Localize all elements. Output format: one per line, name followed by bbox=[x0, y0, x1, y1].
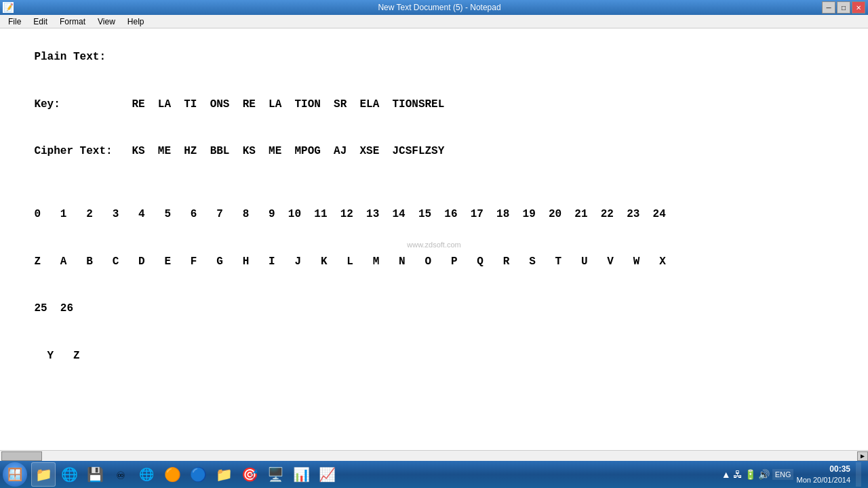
window-controls: ─ □ ✕ bbox=[822, 1, 865, 14]
tray-expand-icon[interactable]: ▲ bbox=[722, 469, 731, 480]
taskbar-icon-8[interactable]: 🎯 bbox=[237, 462, 262, 487]
taskbar-icon-1[interactable]: 🌐 bbox=[57, 462, 81, 487]
app-icon: 📝 bbox=[3, 2, 14, 13]
close-button[interactable]: ✕ bbox=[852, 1, 865, 14]
alpha-row-1-extra: Y Z bbox=[34, 350, 79, 362]
menu-view[interactable]: View bbox=[92, 16, 121, 28]
tray-battery-icon[interactable]: 🔋 bbox=[745, 469, 756, 480]
taskbar-icon-2[interactable]: 💾 bbox=[83, 462, 107, 487]
menu-file[interactable]: File bbox=[3, 16, 26, 28]
editor-content[interactable]: Plain Text: Key: RE LA TI ONS RE LA TION… bbox=[0, 28, 868, 450]
taskbar-icon-10[interactable]: 📊 bbox=[289, 462, 313, 487]
taskbar-icon-11[interactable]: 📈 bbox=[315, 462, 339, 487]
index-row-1: 0 1 2 3 4 5 6 7 8 9 10 11 12 13 14 15 16… bbox=[34, 208, 665, 220]
menu-format[interactable]: Format bbox=[54, 16, 91, 28]
taskbar-icon-5[interactable]: 🟠 bbox=[160, 462, 184, 487]
start-button[interactable]: 🪟 bbox=[3, 462, 27, 487]
taskbar-icon-3[interactable]: ♾️ bbox=[108, 462, 133, 487]
cipher-text-line: Cipher Text: KS ME HZ BBL KS ME MPOG AJ … bbox=[34, 145, 444, 157]
taskbar-icon-folder[interactable]: 📁 bbox=[31, 462, 56, 487]
key-line: Key: RE LA TI ONS RE LA TION SR ELA TION… bbox=[34, 98, 444, 110]
scroll-right-button[interactable]: ▶ bbox=[857, 451, 868, 461]
menu-help[interactable]: Help bbox=[122, 16, 150, 28]
taskbar-icon-6[interactable]: 🔵 bbox=[186, 462, 210, 487]
menu-bar: File Edit Format View Help bbox=[0, 15, 868, 28]
clock[interactable]: 00:35 Mon 20/01/2014 bbox=[796, 464, 850, 485]
clock-date: Mon 20/01/2014 bbox=[796, 475, 850, 485]
window-title: New Text Document (5) - Notepad bbox=[57, 3, 822, 12]
index-row-1-extra: 25 26 bbox=[34, 302, 73, 314]
taskbar-icon-9[interactable]: 🖥️ bbox=[263, 462, 288, 487]
minimize-button[interactable]: ─ bbox=[822, 1, 835, 14]
horizontal-scrollbar[interactable]: ▶ bbox=[0, 450, 868, 461]
language-indicator[interactable]: ENG bbox=[772, 469, 794, 480]
tray-network-icon[interactable]: 🖧 bbox=[733, 469, 743, 480]
tray-volume-icon[interactable]: 🔊 bbox=[758, 469, 770, 480]
maximize-button[interactable]: □ bbox=[837, 1, 850, 14]
editor-wrapper: Plain Text: Key: RE LA TI ONS RE LA TION… bbox=[0, 28, 868, 461]
plain-text-label: Plain Text: bbox=[34, 51, 106, 63]
tray-icons: ▲ 🖧 🔋 🔊 bbox=[722, 469, 770, 480]
taskbar-icon-4[interactable]: 🌐 bbox=[134, 462, 159, 487]
menu-edit[interactable]: Edit bbox=[28, 16, 53, 28]
taskbar: 🪟 📁 🌐 💾 ♾️ 🌐 🟠 🔵 📁 🎯 🖥️ 📊 📈 ▲ 🖧 🔋 🔊 ENG … bbox=[0, 461, 868, 488]
alpha-row-1: Z A B C D E F G H I J K L M N O P Q R S … bbox=[34, 256, 665, 268]
scrollbar-thumb[interactable] bbox=[1, 451, 42, 461]
system-tray: ▲ 🖧 🔋 🔊 ENG 00:35 Mon 20/01/2014 bbox=[722, 462, 865, 487]
taskbar-icon-7[interactable]: 📁 bbox=[212, 462, 236, 487]
clock-time: 00:35 bbox=[796, 464, 850, 475]
title-bar: 📝 New Text Document (5) - Notepad ─ □ ✕ bbox=[0, 0, 868, 15]
show-desktop-button[interactable] bbox=[856, 462, 861, 487]
